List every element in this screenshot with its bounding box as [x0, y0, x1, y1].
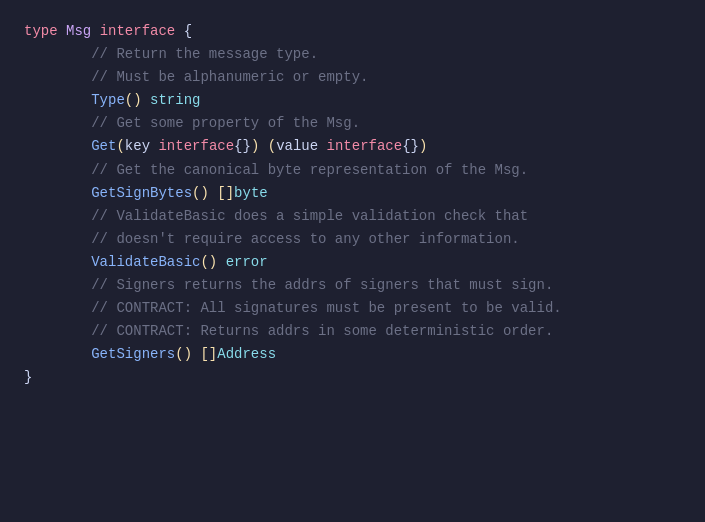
line-15: ValidateBasic() error — [24, 251, 681, 274]
line-10: // Get the canonical byte representation… — [24, 159, 681, 182]
line-19: // CONTRACT: Returns addrs in some deter… — [24, 320, 681, 343]
line-3: // Return the message type. — [24, 43, 681, 66]
line-13: // ValidateBasic does a simple validatio… — [24, 205, 681, 228]
line-1: type Msg interface { — [24, 20, 681, 43]
line-17: // Signers returns the addrs of signers … — [24, 274, 681, 297]
line-11: GetSignBytes() []byte — [24, 182, 681, 205]
line-5: Type() string — [24, 89, 681, 112]
line-4: // Must be alphanumeric or empty. — [24, 66, 681, 89]
code-editor: type Msg interface { // Return the messa… — [0, 0, 705, 522]
line-14: // doesn't require access to any other i… — [24, 228, 681, 251]
line-18: // CONTRACT: All signatures must be pres… — [24, 297, 681, 320]
line-8: Get(key interface{}) (value interface{}) — [24, 135, 681, 158]
line-7: // Get some property of the Msg. — [24, 112, 681, 135]
line-22: } — [24, 366, 681, 389]
line-20: GetSigners() []Address — [24, 343, 681, 366]
